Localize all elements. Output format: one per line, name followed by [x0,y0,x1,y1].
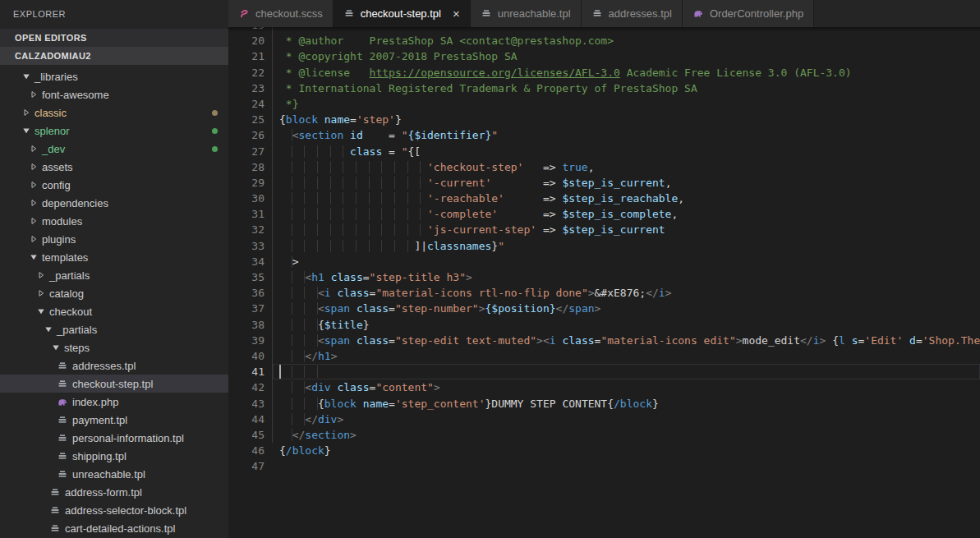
tree-item-addresses-tpl[interactable]: addresses.tpl [0,356,228,375]
line-number: 34 [228,254,265,269]
tree-item-dependencies[interactable]: dependencies [0,194,228,212]
code-line-30[interactable]: 30 '-reachable' => $step_is_reachable, [228,191,980,206]
code-line-20[interactable]: 20 * @author PrestaShop SA <contact@pres… [228,33,980,48]
tree-item-_libraries[interactable]: _libraries [0,67,228,85]
line-content: ]|classnames}" [272,238,980,254]
line-content: <div class="content"> [272,379,980,395]
tree-item-_dev[interactable]: _dev [0,140,228,158]
code-line-24[interactable]: 24 *} [228,96,980,112]
code-line-37[interactable]: 37 <span class="step-number">{$position}… [228,301,980,316]
tree-item-label: _partials [57,324,97,336]
code-line-22[interactable]: 22 * @license https://opensource.org/lic… [228,65,980,80]
code-line-19[interactable]: 19 * [228,27,980,33]
tree-item-config[interactable]: config [0,176,228,194]
line-number: 44 [228,412,265,427]
php-file-icon [692,7,705,20]
tree-item-personal-information-tpl[interactable]: personal-information.tpl [0,429,228,447]
tree-item-payment-tpl[interactable]: payment.tpl [0,411,228,429]
tree-item-shipping-tpl[interactable]: shipping.tpl [0,447,228,465]
code-line-28[interactable]: 28 'checkout-step' => true, [228,159,980,175]
tree-item-catalog[interactable]: catalog [0,284,228,302]
line-content: </h1> [272,348,980,364]
code-line-47[interactable]: 47 [228,458,980,474]
line-content: * @author PrestaShop SA <contact@prestas… [272,33,980,48]
tree-item-checkout[interactable]: checkout [0,302,228,320]
code-line-23[interactable]: 23 * International Registered Trademark … [228,80,980,96]
tree-item-checkout-step-tpl[interactable]: checkout-step.tpl [0,375,228,393]
tree-item-unreachable-tpl[interactable]: unreachable.tpl [0,465,228,483]
chevron-right-icon [28,144,39,154]
tab-label: addresses.tpl [609,7,672,20]
code-line-41[interactable]: 41 [228,364,980,379]
tree-item-assets[interactable]: assets [0,158,228,176]
code-line-45[interactable]: 45 </section> [228,427,980,443]
code-line-31[interactable]: 31 '-complete' => $step_is_complete, [228,206,980,222]
tree-item-address-selector-block-tpl[interactable]: address-selector-block.tpl [0,501,228,519]
line-number: 23 [228,80,265,96]
tab-checkout-scss[interactable]: checkout.scss [228,0,334,27]
tree-item-label: personal-information.tpl [72,432,184,444]
code-line-40[interactable]: 40 </h1> [228,348,980,364]
tab-label: unreachable.tpl [498,7,571,20]
line-number: 24 [228,96,265,112]
tab-unreachable-tpl[interactable]: unreachable.tpl [471,0,582,27]
line-content: '-current' => $step_is_current, [272,175,980,191]
code-editor[interactable]: 19 *20 * @author PrestaShop SA <contact@… [228,27,980,538]
tree-item-steps[interactable]: steps [0,338,228,356]
close-icon[interactable]: × [453,7,460,20]
code-line-35[interactable]: 35 <h1 class="step-title h3"> [228,269,980,285]
line-number: 31 [228,206,265,222]
template-file-icon [591,7,604,20]
tree-item-templates[interactable]: templates [0,248,228,266]
line-content: * International Registered Trademark & P… [272,80,980,96]
code-line-46[interactable]: 46{/block} [228,443,980,458]
tree-item-address-form-tpl[interactable]: address-form.tpl [0,483,228,501]
code-line-29[interactable]: 29 '-current' => $step_is_current, [228,175,980,191]
code-line-34[interactable]: 34 > [228,254,980,269]
code-line-27[interactable]: 27 class = "{[ [228,144,980,159]
code-line-25[interactable]: 25{block name='step'} [228,112,980,127]
code-line-21[interactable]: 21 * @copyright 2007-2018 PrestaShop SA [228,48,980,64]
tree-item-label: _partials [49,269,90,282]
code-line-36[interactable]: 36 <i class="material-icons rtl-no-flip … [228,285,980,301]
tree-item-label: assets [42,161,73,173]
line-number: 25 [228,112,265,127]
git-status-dot [212,146,218,152]
chevron-right-icon [4,33,15,43]
tree-item-label: cart-detailed-actions.tpl [65,522,175,535]
code-line-26[interactable]: 26 <section id = "{$identifier}" [228,127,980,143]
tree-item-label: steps [64,342,90,354]
line-content: <span class="step-number">{$position}</s… [272,301,980,316]
tab-addresses-tpl[interactable]: addresses.tpl [582,0,683,27]
code-line-38[interactable]: 38 {$title} [228,317,980,333]
tree-item-index-php[interactable]: index.php [0,393,228,411]
line-number: 33 [228,238,265,254]
code-line-33[interactable]: 33 ]|classnames}" [228,238,980,254]
tree-item-classic[interactable]: classic [0,103,228,122]
code-line-39[interactable]: 39 <span class="step-edit text-muted"><i… [228,333,980,348]
code-line-43[interactable]: 43 {block name='step_content'}DUMMY STEP… [228,396,980,412]
tab-label: OrderController.php [710,7,803,20]
tree-item-cart-detailed-actions-tpl[interactable]: cart-detailed-actions.tpl [0,519,228,537]
section-project-root[interactable]: CALZADOMIAU2 [0,47,228,65]
tree-item-label: address-selector-block.tpl [65,504,186,517]
line-content: '-complete' => $step_is_complete, [272,206,980,222]
template-file-icon [56,378,69,390]
tree-item-_partials[interactable]: _partials [0,320,228,338]
line-content: * @copyright 2007-2018 PrestaShop SA [272,48,980,64]
tree-item-splenor[interactable]: splenor [0,122,228,140]
tree-item-_partials[interactable]: _partials [0,266,228,284]
chevron-right-icon [28,162,39,172]
tree-item-plugins[interactable]: plugins [0,230,228,248]
tab-ordercontroller-php[interactable]: OrderController.php [683,0,814,27]
code-line-32[interactable]: 32 'js-current-step' => $step_is_current [228,222,980,237]
section-open-editors[interactable]: OPEN EDITORS [0,29,228,47]
tree-item-modules[interactable]: modules [0,212,228,230]
code-line-44[interactable]: 44 </div> [228,412,980,427]
section-open-editors-label: OPEN EDITORS [15,33,87,43]
tab-checkout-step-tpl[interactable]: checkout-step.tpl× [334,0,471,27]
line-content: > [272,254,980,269]
code-line-42[interactable]: 42 <div class="content"> [228,379,980,395]
tree-item-font-awesome[interactable]: font-awesome [0,85,228,103]
line-content: </section> [272,427,980,443]
